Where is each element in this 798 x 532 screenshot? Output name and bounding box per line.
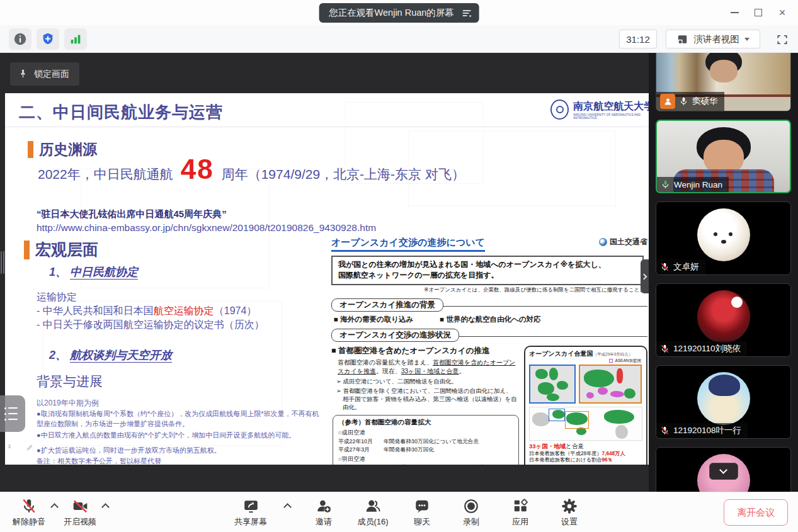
agreement-count-caption: 33ヶ国・地域と合意 bbox=[529, 443, 642, 451]
network-quality-button[interactable] bbox=[64, 28, 87, 50]
meeting-window: 您正在观看Wenjin Ruan的屏幕 × 31:12 演讲者视图 bbox=[0, 0, 798, 532]
chat-label: 聊天 bbox=[414, 516, 430, 528]
share-options-caret[interactable] bbox=[283, 503, 292, 511]
university-emblem-icon bbox=[550, 99, 569, 120]
more-participants-button[interactable] bbox=[709, 463, 738, 480]
host-badge-icon bbox=[660, 94, 675, 109]
participant-name-tag: Wenjin Ruan bbox=[657, 177, 729, 192]
sidebar-resize-handle[interactable] bbox=[1, 251, 4, 274]
jp-background-section: オープンスカイ推進の背景 bbox=[331, 298, 647, 312]
jp-goal-box: 我が国との往来の増加が見込まれる国・地域へのオープンスカイ※を拡大し、 国際航空… bbox=[331, 256, 644, 285]
mic-muted-icon bbox=[21, 497, 37, 515]
participant-avatar bbox=[697, 290, 750, 343]
settings-button[interactable]: 设置 bbox=[554, 497, 585, 528]
progress-bullet-3: ●扩大货运载运吨位，同时进一步开放双方市场的第五航权。 bbox=[37, 446, 323, 456]
video-options-caret[interactable] bbox=[101, 503, 110, 511]
slide-title-divider bbox=[5, 127, 649, 127]
window-controls: × bbox=[722, 0, 794, 25]
members-button[interactable]: 成员(16) bbox=[357, 497, 389, 528]
participant-name: 窦硕华 bbox=[692, 96, 718, 107]
participant-name-tag: 文卓妍 bbox=[656, 259, 705, 274]
participants-sidebar: 窦硕华 Wenjin Ruan 文卓妍 bbox=[649, 53, 798, 492]
progress-note: 备注：相关数字未予公开，暂以标星代替 bbox=[37, 456, 161, 465]
chevron-down-icon bbox=[719, 466, 727, 474]
participant-avatar bbox=[697, 372, 750, 425]
participant-avatar bbox=[697, 208, 750, 261]
info-icon bbox=[13, 32, 27, 46]
minimize-button[interactable] bbox=[722, 0, 746, 25]
invite-person-icon bbox=[316, 497, 332, 515]
leave-meeting-button[interactable]: 离开会议 bbox=[724, 499, 788, 526]
pen-tool-icon bbox=[25, 443, 34, 452]
participant-name: 121920110刘晓依 bbox=[673, 343, 741, 354]
treaty-highlight: 航空运输协定 bbox=[154, 305, 214, 316]
record-button[interactable]: 录制 bbox=[455, 497, 487, 528]
meeting-topbar: 31:12 演讲者视图 bbox=[0, 25, 798, 53]
signal-bars-icon bbox=[69, 32, 83, 46]
window-titlebar: 您正在观看Wenjin Ruan的屏幕 × bbox=[0, 0, 798, 25]
mic-muted-icon bbox=[660, 425, 670, 436]
share-screen-button[interactable]: 共享屏幕 bbox=[234, 497, 267, 528]
jp-figure-title: オープンスカイ交渉の進捗について bbox=[331, 237, 485, 252]
chat-bubble-icon bbox=[414, 497, 430, 515]
anniversary-line: 2022年，中日民航通航 48 周年（1974/9/29，北京-上海-东京 对飞… bbox=[38, 154, 465, 185]
apps-button[interactable]: 应用 bbox=[504, 497, 536, 528]
macro-section-heading: 宏观层面 bbox=[24, 239, 98, 260]
university-name: 南京航空航天大学 bbox=[573, 100, 649, 113]
meeting-main: 锁定画面 二、中日间民航业务与运营 南京航空航天大学 NANJING UNIVE… bbox=[0, 53, 798, 492]
lock-view-label: 锁定画面 bbox=[34, 69, 69, 80]
participant-name: 文卓妍 bbox=[673, 261, 699, 273]
jp-footnote: ※オープンスカイとは、企業数、路線及び便数に係る制限を二国間で相互に撤廃すること… bbox=[331, 286, 645, 294]
annotation-tools[interactable] bbox=[5, 443, 34, 452]
unmute-label: 解除静音 bbox=[13, 516, 45, 528]
anniversary-number: 48 bbox=[181, 154, 214, 185]
chevron-right-icon bbox=[641, 273, 647, 280]
close-button[interactable]: × bbox=[770, 0, 794, 25]
chevron-down-icon bbox=[744, 38, 750, 41]
participant-name-tag: 121920108叶一行 bbox=[656, 423, 748, 438]
chat-button[interactable]: 聊天 bbox=[406, 497, 438, 528]
mlit-name: 国土交通省 bbox=[610, 237, 647, 247]
unmute-button[interactable]: 解除静音 bbox=[13, 497, 45, 528]
presentation-slide: 二、中日间民航业务与运营 南京航空航天大学 NANJING UNIVERSITY… bbox=[5, 93, 649, 465]
fullscreen-icon bbox=[776, 33, 789, 46]
meeting-info-button[interactable] bbox=[9, 28, 31, 50]
progress-bullet-1: ●取消现有限制机场每周*个系数（约*个座位），改为仅成田航线每周上限*班次量，不… bbox=[37, 409, 323, 429]
participant-tile[interactable]: 121920108叶一行 bbox=[656, 365, 791, 439]
mic-on-icon bbox=[679, 96, 688, 107]
mic-muted-icon bbox=[660, 261, 670, 273]
shared-screen-area: 锁定画面 二、中日间民航业务与运营 南京航空航天大学 NANJING UNIVE… bbox=[0, 53, 649, 492]
meeting-widget-button[interactable] bbox=[0, 395, 25, 432]
invite-button[interactable]: 邀请 bbox=[308, 497, 339, 528]
members-label: 成员(16) bbox=[357, 516, 388, 528]
record-label: 录制 bbox=[463, 516, 479, 528]
mlit-figure: オープンスカイ交渉の進捗について 国土交通省 我が国との往来の増加が見込まれる国… bbox=[331, 237, 647, 462]
security-shield-button[interactable] bbox=[37, 28, 59, 50]
world-map bbox=[529, 407, 642, 441]
meeting-timer: 31:12 bbox=[619, 30, 657, 48]
banner-menu-icon[interactable] bbox=[462, 8, 473, 19]
europe-map bbox=[529, 365, 576, 404]
progress-subtitle: 以2019年中期为例 bbox=[37, 398, 99, 409]
participant-tile[interactable]: 文卓妍 bbox=[656, 201, 791, 275]
collapse-sidebar-button[interactable] bbox=[641, 259, 649, 293]
mic-muted-icon bbox=[660, 343, 670, 354]
embassy-quote: “驻日本大使孔铉佑出席中日通航45周年庆典” bbox=[37, 208, 227, 220]
university-name-en: NANJING UNIVERSITY OF AERONAUTICS AND AS… bbox=[573, 113, 649, 120]
mic-options-caret[interactable] bbox=[50, 503, 59, 511]
view-mode-selector[interactable]: 演讲者视图 bbox=[666, 30, 760, 48]
fullscreen-button[interactable] bbox=[773, 31, 791, 48]
start-video-button[interactable]: 开启视频 bbox=[64, 497, 96, 528]
camera-off-icon bbox=[72, 497, 89, 515]
gear-icon bbox=[561, 497, 578, 515]
maximize-button[interactable] bbox=[746, 0, 770, 25]
treaty-line-1: - 中华人民共和国和日本国航空运输协定（1974） bbox=[37, 305, 256, 318]
lock-view-button[interactable]: 锁定画面 bbox=[10, 62, 79, 86]
participant-tile[interactable]: 窦硕华 bbox=[656, 53, 791, 111]
participant-tile[interactable]: 121920110刘晓依 bbox=[656, 283, 791, 357]
macro-item-2: 2、 航权谈判与天空开放 bbox=[49, 348, 172, 363]
mlit-logo: 国土交通省 bbox=[599, 237, 647, 247]
layout-icon bbox=[676, 33, 688, 45]
participant-tile-active-speaker[interactable]: Wenjin Ruan bbox=[656, 120, 791, 193]
watching-banner[interactable]: 您正在观看Wenjin Ruan的屏幕 bbox=[319, 3, 479, 23]
